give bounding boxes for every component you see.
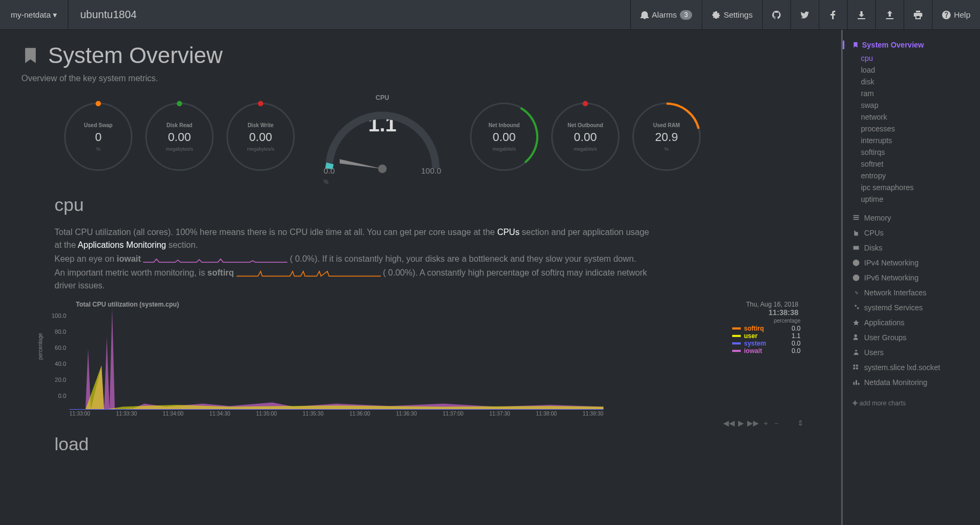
sidebar-item-network-interfaces[interactable]: Network Interfaces: [852, 285, 975, 300]
svg-point-3: [633, 104, 700, 170]
github-link[interactable]: [762, 0, 790, 29]
twitter-link[interactable]: [790, 0, 819, 29]
sidebar-icon: [852, 289, 860, 296]
brand-dropdown[interactable]: my-netdata ▾: [0, 0, 68, 29]
softirq-sparkline: [237, 270, 381, 277]
chart-timestamp: Thu, Aug 16, 2018 11:38:38: [746, 301, 798, 317]
chart-forward-icon[interactable]: ▶▶: [747, 419, 759, 428]
facebook-link[interactable]: [819, 0, 847, 29]
sidebar-item-memory[interactable]: Memory: [852, 210, 975, 225]
chart-zoom-out-icon[interactable]: －: [773, 419, 780, 428]
sidebar-icon: [852, 304, 860, 311]
sidebar-sub-ram[interactable]: ram: [852, 88, 975, 99]
bookmark-icon: [852, 42, 859, 48]
chart-title: Total CPU utilization (system.cpu): [76, 301, 820, 308]
alarms-badge: 3: [680, 10, 692, 20]
sidebar-icon: [852, 319, 860, 326]
sidebar-sub-interrupts[interactable]: interrupts: [852, 135, 975, 146]
sidebar-icon: [852, 214, 860, 222]
sidebar: System Overview cpuloaddiskramswapnetwor…: [841, 30, 980, 525]
caret-down-icon: ▾: [53, 10, 57, 19]
sidebar-item-user-groups[interactable]: User Groups: [852, 330, 975, 345]
print-button[interactable]: [904, 0, 932, 29]
sidebar-item-systemd-services[interactable]: systemd Services: [852, 300, 975, 315]
page-title: System Overview: [21, 43, 820, 68]
sidebar-item-ipv6-networking[interactable]: IPv6 Networking: [852, 270, 975, 285]
legend-item-softirq[interactable]: softirq0.0: [732, 325, 801, 332]
legend-item-system[interactable]: system0.0: [732, 340, 801, 347]
sidebar-sub-uptime[interactable]: uptime: [852, 193, 975, 205]
gauge-disk-read[interactable]: Disk Read 0.00 megabytes/s: [145, 103, 214, 171]
sidebar-item-applications[interactable]: Applications: [852, 315, 975, 330]
legend-item-user[interactable]: user1.1: [732, 332, 801, 340]
sidebar-sub-disk[interactable]: disk: [852, 76, 975, 88]
section-load-heading: load: [54, 434, 820, 455]
cpus-link[interactable]: CPUs: [497, 228, 520, 237]
iowait-sparkline: [143, 256, 287, 263]
settings-button[interactable]: Settings: [702, 0, 762, 29]
sidebar-add-more[interactable]: ✚ add more charts: [852, 395, 975, 407]
alarms-button[interactable]: Alarms 3: [630, 0, 702, 29]
cpu-paragraph-1: Total CPU utilization (all cores). 100% …: [54, 226, 653, 252]
sidebar-sub-swap[interactable]: swap: [852, 99, 975, 111]
cpu-paragraph-3: An important metric worth monitoring, is…: [54, 267, 653, 292]
gauges-row: Used Swap 0 % Disk Read 0.00 megabytes/s…: [21, 94, 820, 179]
sidebar-icon: [852, 379, 860, 386]
sidebar-icon: [852, 349, 860, 356]
sidebar-icon: [852, 244, 860, 252]
svg-point-2: [470, 103, 538, 171]
sidebar-sub-load[interactable]: load: [852, 64, 975, 76]
main-content: System Overview Overview of the key syst…: [0, 30, 841, 525]
sidebar-sub-ipc-semaphores[interactable]: ipc semaphores: [852, 182, 975, 193]
sidebar-sub-softnet[interactable]: softnet: [852, 158, 975, 170]
chart-rewind-icon[interactable]: ◀◀: [723, 419, 735, 428]
section-cpu-heading: cpu: [54, 194, 820, 215]
sidebar-icon: [852, 229, 860, 237]
app-monitoring-link[interactable]: Applications Monitoring: [78, 240, 166, 249]
chart-play-icon[interactable]: ▶: [738, 419, 744, 428]
help-icon: [942, 11, 951, 19]
download-button[interactable]: [847, 0, 875, 29]
sidebar-sub-entropy[interactable]: entropy: [852, 170, 975, 182]
download-icon: [857, 11, 866, 19]
help-button[interactable]: Help: [932, 0, 980, 29]
print-icon: [914, 11, 922, 19]
legend-item-iowait[interactable]: iowait0.0: [732, 347, 801, 355]
gauge-net-inbound[interactable]: Net Inbound 0.00 megabits/s: [470, 103, 538, 171]
svg-marker-0: [340, 159, 382, 169]
bookmark-icon: [21, 46, 40, 65]
sidebar-item-system-slice-lxd-socket[interactable]: system.slice lxd.socket: [852, 360, 975, 375]
chart-resize-icon[interactable]: ⇕: [797, 419, 804, 428]
sidebar-icon: [852, 259, 860, 267]
sidebar-icon: [852, 274, 860, 281]
sidebar-active-section[interactable]: System Overview: [843, 41, 975, 49]
sidebar-sub-processes[interactable]: processes: [852, 123, 975, 135]
sidebar-sub-network[interactable]: network: [852, 111, 975, 123]
gauge-used-ram[interactable]: Used RAM 20.9 %: [632, 103, 701, 171]
sidebar-icon: [852, 334, 860, 341]
page-subtitle: Overview of the key system metrics.: [21, 74, 820, 83]
cpu-chart[interactable]: Total CPU utilization (system.cpu) Thu, …: [32, 301, 820, 418]
github-icon: [772, 11, 781, 19]
sidebar-item-ipv4-networking[interactable]: IPv4 Networking: [852, 255, 975, 270]
bell-icon: [640, 11, 649, 19]
sidebar-item-disks[interactable]: Disks: [852, 240, 975, 255]
twitter-icon: [801, 11, 809, 19]
sidebar-item-cpus[interactable]: CPUs: [852, 225, 975, 240]
upload-button[interactable]: [875, 0, 904, 29]
cpu-paragraph-2: Keep an eye on iowait ( 0.0%). If it is …: [54, 253, 653, 265]
hostname[interactable]: ubuntu1804: [68, 0, 148, 29]
sidebar-sub-cpu[interactable]: cpu: [852, 52, 975, 64]
upload-icon: [885, 11, 894, 19]
facebook-icon: [829, 11, 837, 19]
sidebar-item-users[interactable]: Users: [852, 345, 975, 360]
sidebar-sub-softirqs[interactable]: softirqs: [852, 146, 975, 158]
sidebar-item-netdata-monitoring[interactable]: Netdata Monitoring: [852, 375, 975, 390]
gauge-net-outbound[interactable]: Net Outbound 0.00 megabits/s: [551, 103, 620, 171]
chart-zoom-in-icon[interactable]: ＋: [762, 419, 770, 428]
gauge-used-swap[interactable]: Used Swap 0 %: [64, 103, 132, 171]
gear-icon: [712, 11, 720, 19]
gauge-disk-write[interactable]: Disk Write 0.00 megabytes/s: [226, 103, 295, 171]
svg-point-1: [378, 164, 387, 173]
gauge-cpu[interactable]: CPU 1.1 0.0 100.0 %: [308, 94, 457, 179]
